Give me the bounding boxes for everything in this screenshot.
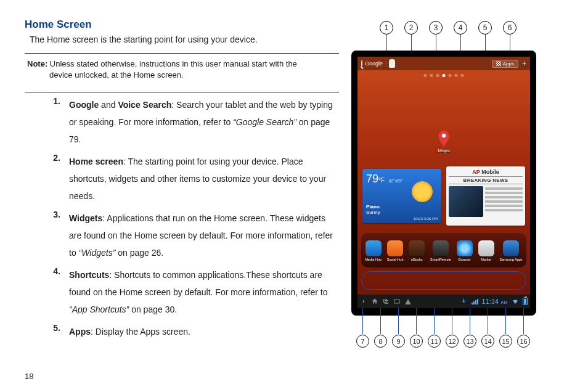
- leader-line: [398, 308, 399, 334]
- dock-media-hub[interactable]: Media Hub: [365, 240, 382, 261]
- dock-social-hub[interactable]: Social Hub: [387, 240, 404, 261]
- smartremote-icon: [433, 240, 449, 256]
- leader-line: [488, 308, 488, 334]
- news-text-lines: [485, 186, 523, 217]
- note-line2: device unlocked, at the Home screen.: [27, 70, 339, 81]
- dock-browser[interactable]: Browser: [457, 240, 473, 261]
- maps-shortcut[interactable]: [438, 131, 449, 147]
- page-indicator: [424, 74, 464, 77]
- news-image: [449, 186, 483, 217]
- item-number: 1.: [49, 96, 60, 148]
- maps-label: Maps: [438, 148, 450, 153]
- note-rule-top: [25, 53, 339, 54]
- list-item: 4. Shortcuts: Shortcuts to common applic…: [49, 266, 339, 318]
- numbered-list: 1. Google and Voice Search: Search your …: [49, 96, 339, 340]
- leader-line: [523, 308, 524, 334]
- tablet-frame: Google | Apps + Map: [351, 51, 536, 316]
- dock-market[interactable]: Market: [478, 240, 494, 261]
- ebooks-icon: [409, 240, 425, 256]
- callout-10: 10: [410, 335, 423, 348]
- leader-line: [362, 308, 363, 334]
- news-widget[interactable]: AP Mobile BREAKING NEWS: [446, 166, 525, 226]
- callout-row-top: 1 2 3 4 5 6: [380, 21, 517, 35]
- note-rule-bottom: [25, 92, 339, 92]
- item-term: Voice Search: [118, 100, 171, 110]
- callout-16: 16: [517, 335, 530, 348]
- note-block: Note: Unless stated otherwise, instructi…: [25, 56, 339, 83]
- item-number: 4.: [49, 266, 60, 318]
- screenshot-icon[interactable]: [393, 298, 401, 305]
- item-term: Shortcuts: [69, 270, 109, 280]
- ap-mobile-logo: AP Mobile: [449, 169, 523, 175]
- apps-label: Apps: [503, 61, 514, 67]
- samsung-apps-icon: [503, 240, 519, 256]
- weather-time: 10/23 3:26 PM: [414, 217, 438, 221]
- google-label: Google: [365, 60, 383, 67]
- cross-ref: “Google Search”: [233, 117, 296, 127]
- add-widget-button[interactable]: +: [522, 59, 526, 68]
- dock-ebooks[interactable]: eBooks: [409, 240, 425, 261]
- item-text: Google and Voice Search: Search your tab…: [69, 96, 339, 148]
- item-number: 5.: [49, 323, 60, 340]
- media-hub-icon: [365, 240, 382, 256]
- svg-point-0: [442, 134, 446, 138]
- google-search-widget[interactable]: Google |: [361, 59, 395, 68]
- callout-1: 1: [380, 21, 393, 35]
- callout-11: 11: [428, 335, 441, 348]
- callout-2: 2: [404, 21, 418, 35]
- list-item: 3. Widgets: Applications that run on the…: [49, 210, 339, 261]
- status-topbar: Google | Apps +: [357, 57, 530, 70]
- item-text: Apps: Display the Apps screen.: [69, 323, 190, 340]
- battery-icon: [523, 298, 528, 305]
- callout-3: 3: [429, 21, 443, 35]
- callout-8: 8: [374, 335, 387, 348]
- item-text: Shortcuts: Shortcuts to common applicati…: [69, 266, 339, 318]
- callout-9: 9: [392, 335, 405, 348]
- dock-smartremote[interactable]: SmartRemote: [430, 240, 451, 261]
- sun-icon: [412, 181, 433, 202]
- download-notif-icon[interactable]: [460, 298, 468, 305]
- clock: 11:34 AM: [482, 298, 508, 305]
- callout-13: 13: [463, 335, 476, 348]
- svg-rect-3: [394, 300, 399, 303]
- voice-search-icon[interactable]: [389, 59, 395, 68]
- leader-line: [434, 308, 435, 334]
- weather-widget[interactable]: 79°F 82°/65° Plano Sunny 10/23 3:26 PM: [362, 169, 441, 223]
- callout-14: 14: [481, 335, 494, 348]
- dock: Media Hub Social Hub eBooks SmartRemote …: [361, 233, 526, 267]
- note-label: Note:: [27, 59, 47, 68]
- search-icon: [361, 60, 362, 67]
- list-item: 2. Home screen: The starting point for u…: [49, 153, 339, 205]
- home-icon[interactable]: [371, 298, 378, 305]
- item-term: Google: [69, 100, 99, 110]
- leader-line: [470, 308, 470, 334]
- list-item: 5. Apps: Display the Apps screen.: [49, 323, 339, 340]
- browser-icon: [457, 240, 473, 256]
- callout-highlight-oval: [361, 271, 526, 290]
- weather-hilo: 82°/65°: [388, 179, 402, 183]
- weather-city: Plano: [366, 204, 438, 210]
- section-heading: Home Screen: [25, 18, 339, 31]
- callout-4: 4: [454, 21, 467, 35]
- page-number: 18: [25, 372, 33, 381]
- social-hub-icon: [387, 240, 403, 256]
- arrow-up-icon[interactable]: [404, 298, 412, 305]
- item-term: Widgets: [69, 213, 102, 223]
- system-bar: 11:34 AM: [357, 295, 530, 308]
- apps-button[interactable]: Apps: [492, 60, 518, 68]
- item-number: 2.: [49, 153, 60, 205]
- cross-ref: “Widgets”: [79, 248, 116, 258]
- cross-ref: “App Shortcuts”: [69, 304, 129, 314]
- diagram: 1 2 3 4 5 6 Google |: [351, 18, 573, 351]
- signal-icon: [472, 298, 478, 304]
- back-icon[interactable]: [360, 298, 367, 305]
- callout-row-bottom: 7 8 9 10 11 12 13 14 15 16: [356, 335, 530, 348]
- item-text: Home screen: The starting point for usin…: [69, 153, 339, 205]
- callout-15: 15: [499, 335, 512, 348]
- wifi-icon: [512, 298, 519, 305]
- intro-text: The Home screen is the starting point fo…: [30, 35, 339, 44]
- apps-grid-icon: [496, 61, 501, 66]
- dock-samsung-apps[interactable]: Samsung Apps: [500, 240, 523, 261]
- leader-line: [452, 308, 452, 334]
- recent-apps-icon[interactable]: [382, 298, 390, 305]
